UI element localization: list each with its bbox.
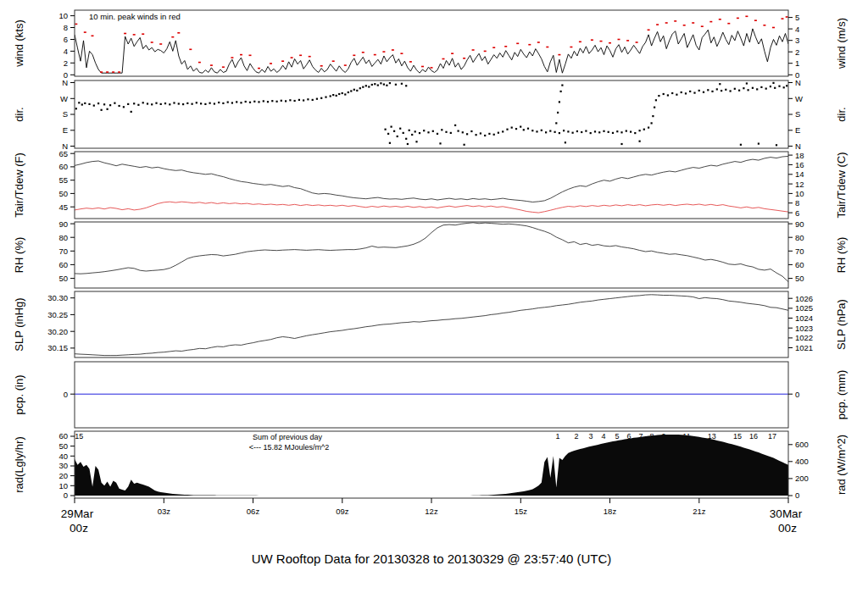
panel-wind-right-ticks: 012345 <box>788 13 799 80</box>
series-solar-radiation <box>75 435 788 496</box>
panel-wind-left-ticks: 0246810 <box>58 11 75 80</box>
panel-slp-right-ticks: 102610251024102310221021 <box>788 294 813 352</box>
series-sea-level-pressure <box>75 295 788 356</box>
panel-dir-left-axis-label: dir. <box>13 107 25 121</box>
panel-annotation: Sum of previous day <box>253 433 323 441</box>
rad-hour-sum-label: 17 <box>768 432 776 441</box>
svg-text:10: 10 <box>795 189 804 198</box>
panel-dir-right-axis-label: dir. <box>835 107 848 121</box>
svg-text:8: 8 <box>64 23 68 32</box>
svg-text:W: W <box>60 94 68 103</box>
rad-hour-sum-label: 1 <box>556 432 560 441</box>
panel-temp-right-ticks: 181614121086 <box>788 151 804 218</box>
panel-temp: 6560555045181614121086Tair/Tdew (F)Tair/… <box>13 149 848 219</box>
svg-text:45: 45 <box>58 202 68 212</box>
svg-text:60: 60 <box>795 260 804 269</box>
svg-text:90: 90 <box>795 219 804 229</box>
panel-wind-left-axis-label: wind (kts) <box>13 19 25 68</box>
svg-text:1023: 1023 <box>795 324 813 333</box>
svg-text:10: 10 <box>58 11 68 20</box>
series-wind-speed-kts <box>75 29 788 73</box>
rad-hour-sum-label: 15 <box>733 432 742 441</box>
svg-text:30: 30 <box>58 461 68 470</box>
x-tick-label: 03z <box>158 507 171 516</box>
svg-text:30.15: 30.15 <box>47 343 68 352</box>
panel-slp-left-axis-label: SLP (inHg) <box>13 297 25 351</box>
svg-text:0: 0 <box>795 390 799 399</box>
svg-text:60: 60 <box>58 162 68 171</box>
svg-text:30.20: 30.20 <box>47 327 68 336</box>
svg-text:8: 8 <box>795 198 799 208</box>
svg-text:1024: 1024 <box>795 313 813 323</box>
panel-frame <box>75 10 788 76</box>
panel-annotation: <--- 15.82 MJoules/m^2 <box>249 443 330 452</box>
svg-text:N: N <box>795 141 801 151</box>
panel-wind-right-axis-label: wind (m/s) <box>835 18 848 69</box>
panel-pcp-right-ticks: 0 <box>788 390 799 399</box>
x-tick-label: 09z <box>336 507 349 516</box>
panel-annotation: 10 min. peak winds in red <box>89 12 181 21</box>
svg-text:1022: 1022 <box>795 333 813 342</box>
x-left-hour: 00z <box>70 522 88 535</box>
x-tick-label: 18z <box>604 507 617 516</box>
svg-text:50: 50 <box>58 441 68 451</box>
svg-text:60: 60 <box>58 431 68 441</box>
svg-text:40: 40 <box>58 452 68 461</box>
svg-text:2: 2 <box>64 58 68 68</box>
panel-pcp-left-ticks: 0 <box>64 390 75 399</box>
svg-text:60: 60 <box>58 260 68 269</box>
x-tick-label: 15z <box>515 507 528 516</box>
svg-text:50: 50 <box>795 274 804 283</box>
meteogram-chart-canvas: 10 min. peak winds in red0246810012345wi… <box>0 0 868 593</box>
svg-text:S: S <box>63 109 68 119</box>
svg-text:6: 6 <box>795 208 799 218</box>
svg-text:0: 0 <box>795 490 799 500</box>
svg-text:5: 5 <box>795 13 799 22</box>
panel-rh-left-ticks: 9080706050 <box>58 219 75 284</box>
panel-slp: 30.3030.2530.2030.1510261025102410231022… <box>13 291 848 357</box>
panel-dir-right-ticks: NWSEN <box>788 78 803 151</box>
svg-text:6: 6 <box>64 35 68 44</box>
x-tick-label: 12z <box>425 507 438 516</box>
panel-rad-left-axis-label: rad(Lgly/hr) <box>13 436 25 492</box>
panel-rh: 90807060509080706050RH (%)RH (%) <box>13 219 848 289</box>
rad-hour-sum-label: 15 <box>75 432 83 441</box>
rad-hour-sum-label: 5 <box>615 432 619 441</box>
svg-text:55: 55 <box>58 175 68 185</box>
chart-title: UW Rooftop Data for 20130328 to 20130329… <box>252 551 612 566</box>
svg-text:70: 70 <box>795 247 804 256</box>
x-left-date: 29Mar <box>61 507 94 520</box>
panel-pcp-right-axis-label: pcp. (mm) <box>835 370 848 420</box>
svg-text:400: 400 <box>795 457 809 466</box>
meteogram: 10 min. peak winds in red0246810012345wi… <box>0 0 868 593</box>
svg-text:1021: 1021 <box>795 343 813 352</box>
panel-rad-right-axis-label: rad (W/m^2) <box>835 435 848 495</box>
svg-text:1026: 1026 <box>795 294 813 303</box>
series-relative-humidity <box>75 223 788 282</box>
svg-text:2: 2 <box>795 47 799 57</box>
panel-frame <box>75 291 788 357</box>
svg-text:16: 16 <box>795 160 804 169</box>
rad-hour-sum-label: 16 <box>749 432 758 441</box>
panel-frame <box>75 152 788 219</box>
panel-temp-left-ticks: 6560555045 <box>58 149 75 212</box>
svg-text:600: 600 <box>795 440 809 449</box>
svg-text:12: 12 <box>795 180 804 189</box>
svg-text:90: 90 <box>58 219 68 229</box>
panel-wind: 10 min. peak winds in red0246810012345wi… <box>13 10 848 80</box>
panel-rh-right-ticks: 9080706050 <box>788 219 804 284</box>
svg-text:1: 1 <box>795 58 799 68</box>
series-air-temp-F <box>75 156 788 202</box>
svg-text:0: 0 <box>64 390 68 399</box>
svg-text:14: 14 <box>795 169 804 179</box>
svg-text:200: 200 <box>795 474 809 483</box>
svg-text:50: 50 <box>58 189 68 198</box>
panel-rad-left-ticks: 6050403020100 <box>58 431 75 500</box>
panel-frame <box>75 362 788 428</box>
svg-text:10: 10 <box>58 481 68 490</box>
rad-hour-sum-label: 2 <box>574 432 578 441</box>
svg-text:E: E <box>795 125 800 135</box>
svg-text:N: N <box>62 78 68 87</box>
panel-slp-right-axis-label: SLP (hPa) <box>835 299 848 350</box>
rad-hour-sum-label: 3 <box>588 432 593 441</box>
